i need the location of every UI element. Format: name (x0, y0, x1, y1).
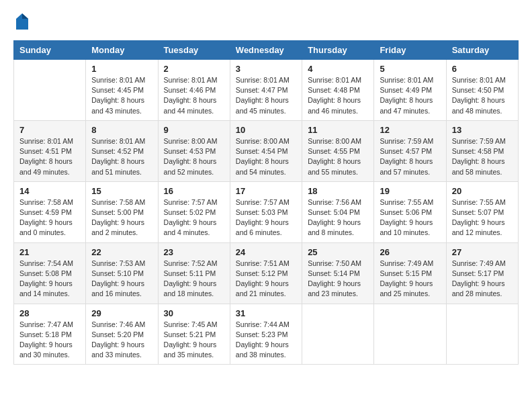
day-info: Sunrise: 7:55 AM Sunset: 5:07 PM Dayligh… (452, 197, 513, 238)
week-row-3: 21Sunrise: 7:54 AM Sunset: 5:08 PM Dayli… (14, 242, 519, 304)
day-number: 13 (452, 125, 513, 135)
calendar-cell: 23Sunrise: 7:52 AM Sunset: 5:11 PM Dayli… (158, 242, 230, 304)
calendar-cell: 21Sunrise: 7:54 AM Sunset: 5:08 PM Dayli… (14, 242, 86, 304)
calendar-cell: 6Sunrise: 8:01 AM Sunset: 4:50 PM Daylig… (446, 60, 518, 121)
day-number: 22 (91, 247, 152, 257)
day-number: 9 (164, 125, 224, 135)
calendar-cell: 31Sunrise: 7:44 AM Sunset: 5:23 PM Dayli… (230, 304, 302, 365)
calendar-header: SundayMondayTuesdayWednesdayThursdayFrid… (14, 41, 519, 60)
calendar-cell: 24Sunrise: 7:51 AM Sunset: 5:12 PM Dayli… (230, 242, 302, 304)
day-info: Sunrise: 7:56 AM Sunset: 5:04 PM Dayligh… (308, 197, 368, 238)
day-info: Sunrise: 8:01 AM Sunset: 4:46 PM Dayligh… (164, 75, 224, 116)
week-row-2: 14Sunrise: 7:58 AM Sunset: 4:59 PM Dayli… (14, 181, 519, 242)
day-number: 24 (236, 247, 296, 257)
day-info: Sunrise: 7:58 AM Sunset: 4:59 PM Dayligh… (19, 197, 80, 238)
day-number: 11 (308, 125, 368, 135)
calendar-cell: 15Sunrise: 7:58 AM Sunset: 5:00 PM Dayli… (86, 181, 158, 242)
day-info: Sunrise: 7:46 AM Sunset: 5:20 PM Dayligh… (91, 320, 152, 361)
calendar-cell: 28Sunrise: 7:47 AM Sunset: 5:18 PM Dayli… (14, 304, 86, 365)
day-number: 27 (452, 247, 513, 257)
calendar-cell: 27Sunrise: 7:49 AM Sunset: 5:17 PM Dayli… (446, 242, 518, 304)
day-number: 18 (308, 186, 368, 196)
day-number: 21 (19, 247, 80, 257)
header-day-monday: Monday (86, 41, 158, 60)
day-info: Sunrise: 7:54 AM Sunset: 5:08 PM Dayligh… (19, 259, 80, 300)
day-number: 29 (91, 308, 152, 318)
day-info: Sunrise: 8:01 AM Sunset: 4:49 PM Dayligh… (380, 75, 440, 116)
day-info: Sunrise: 7:55 AM Sunset: 5:06 PM Dayligh… (380, 197, 440, 238)
day-info: Sunrise: 7:49 AM Sunset: 5:15 PM Dayligh… (380, 259, 440, 300)
calendar-body: 1Sunrise: 8:01 AM Sunset: 4:45 PM Daylig… (14, 60, 519, 365)
day-info: Sunrise: 8:00 AM Sunset: 4:54 PM Dayligh… (236, 136, 296, 177)
day-number: 5 (380, 64, 440, 74)
day-info: Sunrise: 7:58 AM Sunset: 5:00 PM Dayligh… (91, 197, 152, 238)
header-day-saturday: Saturday (446, 41, 518, 60)
day-info: Sunrise: 8:01 AM Sunset: 4:52 PM Dayligh… (91, 136, 152, 177)
day-info: Sunrise: 7:59 AM Sunset: 4:58 PM Dayligh… (452, 136, 513, 177)
calendar-cell: 5Sunrise: 8:01 AM Sunset: 4:49 PM Daylig… (374, 60, 446, 121)
day-number: 25 (308, 247, 368, 257)
day-number: 30 (164, 308, 224, 318)
calendar-cell: 8Sunrise: 8:01 AM Sunset: 4:52 PM Daylig… (86, 120, 158, 181)
week-row-1: 7Sunrise: 8:01 AM Sunset: 4:51 PM Daylig… (14, 120, 519, 181)
day-info: Sunrise: 7:47 AM Sunset: 5:18 PM Dayligh… (19, 320, 80, 361)
day-info: Sunrise: 7:59 AM Sunset: 4:57 PM Dayligh… (380, 136, 440, 177)
day-info: Sunrise: 7:49 AM Sunset: 5:17 PM Dayligh… (452, 259, 513, 300)
calendar-cell: 3Sunrise: 8:01 AM Sunset: 4:47 PM Daylig… (230, 60, 302, 121)
header-row: SundayMondayTuesdayWednesdayThursdayFrid… (14, 41, 519, 60)
day-number: 23 (164, 247, 224, 257)
day-info: Sunrise: 8:00 AM Sunset: 4:53 PM Dayligh… (164, 136, 224, 177)
calendar-cell: 19Sunrise: 7:55 AM Sunset: 5:06 PM Dayli… (374, 181, 446, 242)
header-day-thursday: Thursday (302, 41, 374, 60)
day-number: 7 (19, 125, 80, 135)
header-day-sunday: Sunday (14, 41, 86, 60)
calendar-cell: 14Sunrise: 7:58 AM Sunset: 4:59 PM Dayli… (14, 181, 86, 242)
day-number: 20 (452, 186, 513, 196)
logo (13, 13, 30, 30)
week-row-0: 1Sunrise: 8:01 AM Sunset: 4:45 PM Daylig… (14, 60, 519, 121)
calendar-cell: 17Sunrise: 7:57 AM Sunset: 5:03 PM Dayli… (230, 181, 302, 242)
calendar-cell: 22Sunrise: 7:53 AM Sunset: 5:10 PM Dayli… (86, 242, 158, 304)
calendar-cell: 16Sunrise: 7:57 AM Sunset: 5:02 PM Dayli… (158, 181, 230, 242)
day-info: Sunrise: 7:51 AM Sunset: 5:12 PM Dayligh… (236, 259, 296, 300)
day-number: 3 (236, 64, 296, 74)
day-number: 8 (91, 125, 152, 135)
calendar-cell (14, 60, 86, 121)
logo-icon (16, 13, 28, 30)
day-number: 12 (380, 125, 440, 135)
day-info: Sunrise: 7:52 AM Sunset: 5:11 PM Dayligh… (164, 259, 224, 300)
calendar-cell: 20Sunrise: 7:55 AM Sunset: 5:07 PM Dayli… (446, 181, 518, 242)
day-info: Sunrise: 8:00 AM Sunset: 4:55 PM Dayligh… (308, 136, 368, 177)
calendar-cell: 4Sunrise: 8:01 AM Sunset: 4:48 PM Daylig… (302, 60, 374, 121)
day-number: 26 (380, 247, 440, 257)
day-info: Sunrise: 7:53 AM Sunset: 5:10 PM Dayligh… (91, 259, 152, 300)
header-day-friday: Friday (374, 41, 446, 60)
day-info: Sunrise: 7:57 AM Sunset: 5:03 PM Dayligh… (236, 197, 296, 238)
calendar-cell: 11Sunrise: 8:00 AM Sunset: 4:55 PM Dayli… (302, 120, 374, 181)
day-number: 17 (236, 186, 296, 196)
day-number: 10 (236, 125, 296, 135)
calendar-cell: 1Sunrise: 8:01 AM Sunset: 4:45 PM Daylig… (86, 60, 158, 121)
calendar-cell (302, 304, 374, 365)
day-info: Sunrise: 7:57 AM Sunset: 5:02 PM Dayligh… (164, 197, 224, 238)
header-day-wednesday: Wednesday (230, 41, 302, 60)
calendar-cell: 29Sunrise: 7:46 AM Sunset: 5:20 PM Dayli… (86, 304, 158, 365)
day-info: Sunrise: 7:45 AM Sunset: 5:21 PM Dayligh… (164, 320, 224, 361)
day-number: 31 (236, 308, 296, 318)
calendar-cell: 12Sunrise: 7:59 AM Sunset: 4:57 PM Dayli… (374, 120, 446, 181)
day-number: 6 (452, 64, 513, 74)
day-info: Sunrise: 7:44 AM Sunset: 5:23 PM Dayligh… (236, 320, 296, 361)
day-info: Sunrise: 7:50 AM Sunset: 5:14 PM Dayligh… (308, 259, 368, 300)
day-info: Sunrise: 8:01 AM Sunset: 4:47 PM Dayligh… (236, 75, 296, 116)
calendar-cell: 13Sunrise: 7:59 AM Sunset: 4:58 PM Dayli… (446, 120, 518, 181)
day-number: 1 (91, 64, 152, 74)
day-info: Sunrise: 8:01 AM Sunset: 4:51 PM Dayligh… (19, 136, 80, 177)
svg-marker-1 (22, 13, 28, 19)
day-number: 28 (19, 308, 80, 318)
calendar-cell (446, 304, 518, 365)
day-info: Sunrise: 8:01 AM Sunset: 4:48 PM Dayligh… (308, 75, 368, 116)
day-info: Sunrise: 8:01 AM Sunset: 4:50 PM Dayligh… (452, 75, 513, 116)
calendar-cell: 9Sunrise: 8:00 AM Sunset: 4:53 PM Daylig… (158, 120, 230, 181)
day-number: 2 (164, 64, 224, 74)
calendar-table: SundayMondayTuesdayWednesdayThursdayFrid… (13, 40, 519, 365)
